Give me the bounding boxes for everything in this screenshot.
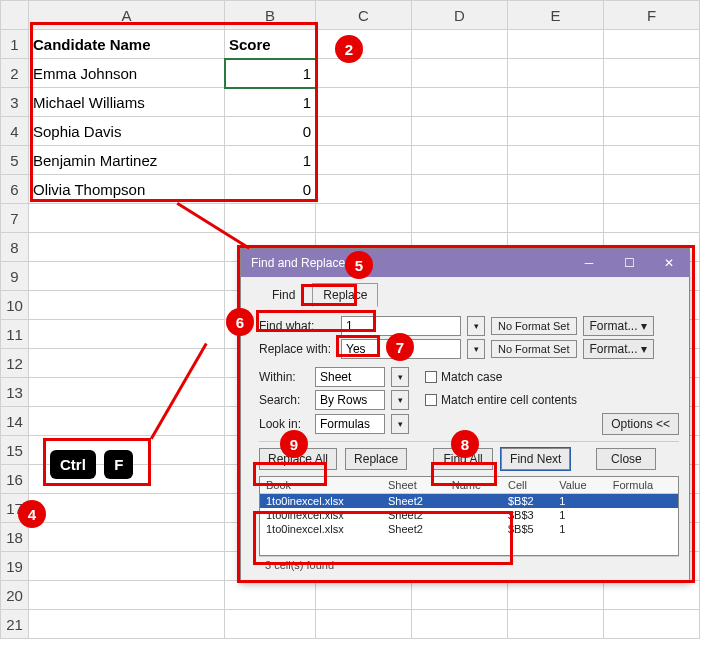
cell-B6[interactable]: 0: [225, 175, 316, 204]
replace-format-status: No Format Set: [491, 340, 577, 358]
results-status: 3 cell(s) found: [259, 556, 679, 573]
match-entire-label: Match entire cell contents: [441, 393, 577, 407]
row-header-5[interactable]: 5: [1, 146, 29, 175]
cell-B3[interactable]: 1: [225, 88, 316, 117]
row-header-11[interactable]: 11: [1, 320, 29, 349]
cell-A2[interactable]: Emma Johnson: [29, 59, 225, 88]
annotation-badge-8: 8: [451, 430, 479, 458]
col-header-E[interactable]: E: [508, 1, 604, 30]
results-col-cell[interactable]: Cell: [502, 477, 553, 494]
cell-A5[interactable]: Benjamin Martinez: [29, 146, 225, 175]
key-f: F: [104, 450, 133, 479]
annotation-badge-6: 6: [226, 308, 254, 336]
cell-B4[interactable]: 0: [225, 117, 316, 146]
annotation-badge-5: 5: [345, 251, 373, 279]
row-header-14[interactable]: 14: [1, 407, 29, 436]
lookin-select[interactable]: [315, 414, 385, 434]
find-format-button[interactable]: Format... ▾: [583, 316, 654, 336]
close-button[interactable]: Close: [596, 448, 656, 470]
cell-A6[interactable]: Olivia Thompson: [29, 175, 225, 204]
col-header-F[interactable]: F: [604, 1, 700, 30]
row-header-13[interactable]: 13: [1, 378, 29, 407]
results-col-book[interactable]: Book: [260, 477, 382, 494]
match-entire-checkbox[interactable]: [425, 394, 437, 406]
col-header-A[interactable]: A: [29, 1, 225, 30]
cell-B2[interactable]: 1: [225, 59, 316, 88]
find-next-button[interactable]: Find Next: [501, 448, 570, 470]
row-header-7[interactable]: 7: [1, 204, 29, 233]
close-icon[interactable]: ✕: [649, 249, 689, 277]
replace-button[interactable]: Replace: [345, 448, 407, 470]
chevron-down-icon[interactable]: ▾: [391, 367, 409, 387]
tab-replace[interactable]: Replace: [312, 283, 378, 307]
find-format-status: No Format Set: [491, 317, 577, 335]
lookin-label: Look in:: [259, 417, 309, 431]
minimize-icon[interactable]: ─: [569, 249, 609, 277]
options-button[interactable]: Options <<: [602, 413, 679, 435]
row-header-15[interactable]: 15: [1, 436, 29, 465]
results-col-name[interactable]: Name: [446, 477, 502, 494]
row-header-16[interactable]: 16: [1, 465, 29, 494]
row-header-21[interactable]: 21: [1, 610, 29, 639]
result-row[interactable]: 1to0inexcel.xlsxSheet2$B$21: [260, 494, 678, 509]
cell-B1[interactable]: Score: [225, 30, 316, 59]
result-row[interactable]: 1to0inexcel.xlsxSheet2$B$31: [260, 508, 678, 522]
within-label: Within:: [259, 370, 309, 384]
search-label: Search:: [259, 393, 309, 407]
find-what-label: Find what:: [259, 319, 335, 333]
row-header-2[interactable]: 2: [1, 59, 29, 88]
tab-find[interactable]: Find: [261, 283, 306, 307]
annotation-badge-9: 9: [280, 430, 308, 458]
dialog-titlebar[interactable]: Find and Replace ─ ☐ ✕: [241, 249, 689, 277]
replace-format-button[interactable]: Format... ▾: [583, 339, 654, 359]
result-row[interactable]: 1to0inexcel.xlsxSheet2$B$51: [260, 522, 678, 536]
cell-A3[interactable]: Michael Williams: [29, 88, 225, 117]
annotation-badge-4: 4: [18, 500, 46, 528]
row-header-18[interactable]: 18: [1, 523, 29, 552]
key-ctrl: Ctrl: [50, 450, 96, 479]
chevron-down-icon[interactable]: ▾: [391, 390, 409, 410]
row-header-1[interactable]: 1: [1, 30, 29, 59]
chevron-down-icon[interactable]: ▾: [467, 316, 485, 336]
row-header-20[interactable]: 20: [1, 581, 29, 610]
find-replace-dialog[interactable]: Find and Replace ─ ☐ ✕ Find Replace Find…: [240, 248, 690, 582]
annotation-badge-7: 7: [386, 333, 414, 361]
row-header-6[interactable]: 6: [1, 175, 29, 204]
col-header-B[interactable]: B: [225, 1, 316, 30]
row-header-4[interactable]: 4: [1, 117, 29, 146]
chevron-down-icon[interactable]: ▾: [391, 414, 409, 434]
search-select[interactable]: [315, 390, 385, 410]
replace-with-label: Replace with:: [259, 342, 335, 356]
cell-A4[interactable]: Sophia Davis: [29, 117, 225, 146]
col-header-C[interactable]: C: [316, 1, 412, 30]
match-case-checkbox[interactable]: [425, 371, 437, 383]
annotation-badge-2: 2: [335, 35, 363, 63]
row-header-10[interactable]: 10: [1, 291, 29, 320]
row-header-19[interactable]: 19: [1, 552, 29, 581]
select-all-corner[interactable]: [1, 1, 29, 30]
within-select[interactable]: [315, 367, 385, 387]
maximize-icon[interactable]: ☐: [609, 249, 649, 277]
results-col-value[interactable]: Value: [553, 477, 607, 494]
col-header-D[interactable]: D: [412, 1, 508, 30]
row-header-3[interactable]: 3: [1, 88, 29, 117]
results-col-formula[interactable]: Formula: [607, 477, 678, 494]
match-case-label: Match case: [441, 370, 502, 384]
row-header-9[interactable]: 9: [1, 262, 29, 291]
dialog-title: Find and Replace: [251, 256, 345, 270]
results-list[interactable]: Book Sheet Name Cell Value Formula 1to0i…: [259, 476, 679, 556]
cell-B5[interactable]: 1: [225, 146, 316, 175]
row-header-12[interactable]: 12: [1, 349, 29, 378]
chevron-down-icon[interactable]: ▾: [467, 339, 485, 359]
results-col-sheet[interactable]: Sheet: [382, 477, 446, 494]
row-header-8[interactable]: 8: [1, 233, 29, 262]
cell-A1[interactable]: Candidate Name: [29, 30, 225, 59]
keyboard-shortcut: Ctrl F: [48, 448, 135, 481]
